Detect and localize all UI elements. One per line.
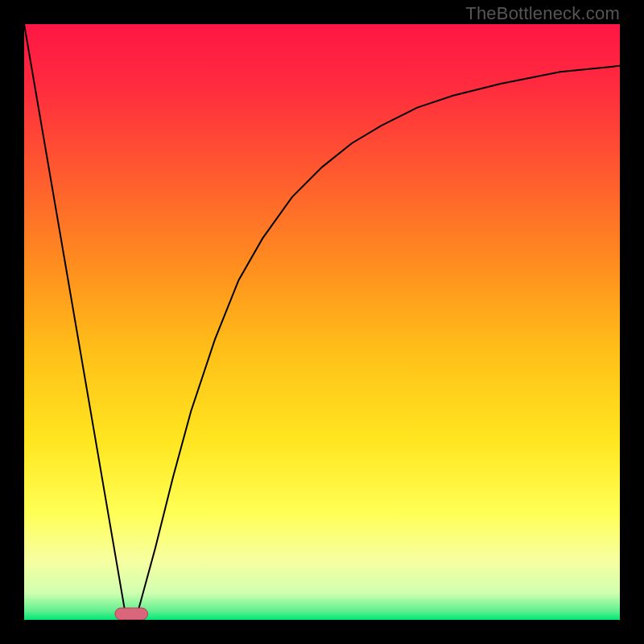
chart-plot: [24, 24, 620, 620]
watermark-text: TheBottleneck.com: [465, 3, 620, 24]
min-marker: [115, 608, 148, 620]
chart-frame: TheBottleneck.com: [0, 0, 644, 644]
marker-layer: [115, 608, 148, 620]
plot-background: [24, 24, 620, 620]
